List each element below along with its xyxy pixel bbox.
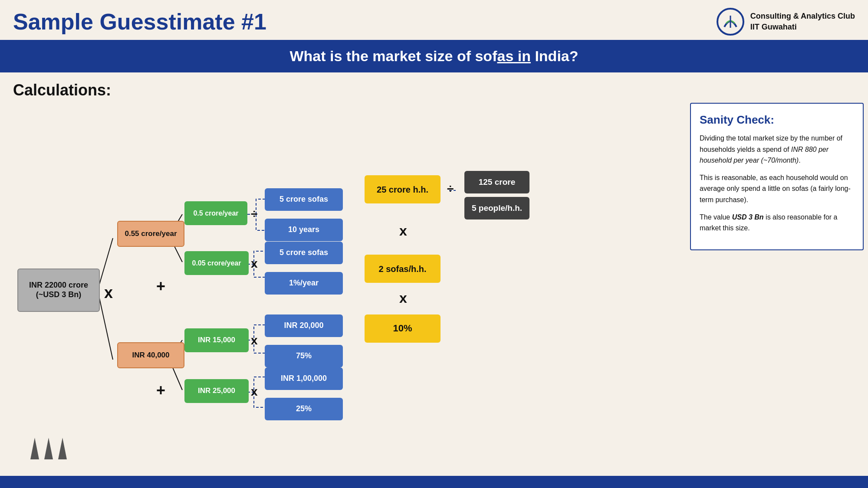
op-x-green-top-right: x xyxy=(251,257,258,271)
page-title: Sample Guesstimate #1 xyxy=(13,9,266,35)
banner-text: What is the market size of sofas in Indi… xyxy=(0,48,868,65)
question-banner: What is the market size of sofas in Indi… xyxy=(0,40,868,72)
blue-2: 10 years xyxy=(265,219,343,241)
arrow-up-1 xyxy=(30,438,39,459)
blue-4: 1%/year xyxy=(265,272,343,295)
svg-line-2 xyxy=(98,238,113,290)
op-x-green-bottom-right: x xyxy=(251,385,258,399)
green-top-left: 0.5 crore/year xyxy=(184,201,247,225)
green-bottom-right: INR 25,000 xyxy=(184,379,249,403)
logo-area: Consulting & Analytics Club IIT Guwahati xyxy=(717,8,855,36)
yellow-middle: 2 sofas/h.h. xyxy=(365,255,441,283)
dark-bottom: 5 people/h.h. xyxy=(464,197,529,219)
orange-bottom-box: INR 40,000 xyxy=(117,342,184,368)
sanity-para1: Dividing the total market size by the nu… xyxy=(700,133,854,166)
blue-5: INR 20,000 xyxy=(265,314,343,337)
sanity-para2: This is reasonable, as each household wo… xyxy=(700,172,854,206)
arrow-group xyxy=(30,438,67,459)
yellow-top: 25 crore h.h. xyxy=(365,175,441,203)
op-x-green-bottom-left: x xyxy=(251,334,258,347)
op-x-yellow-top: x xyxy=(399,223,407,239)
footer-bar xyxy=(0,476,868,488)
diagram: INR 22000 crore (~USD 3 Bn) x 0.55 crore… xyxy=(13,104,456,468)
sanity-body: Dividing the total market size by the nu… xyxy=(700,133,854,234)
op-plus-top: + xyxy=(156,277,165,295)
orange-top-box: 0.55 crore/year xyxy=(117,221,184,247)
page-header: Sample Guesstimate #1 Consulting & Analy… xyxy=(0,0,868,40)
blue-3: 5 crore sofas xyxy=(265,242,343,264)
logo-icon xyxy=(717,8,744,36)
sanity-para3: The value USD 3 Bn is also reasonable fo… xyxy=(700,212,854,234)
blue-8: 25% xyxy=(265,398,343,420)
op-x-main: x xyxy=(104,284,113,302)
logo-text: Consulting & Analytics Club IIT Guwahati xyxy=(750,11,855,33)
op-div-green-top: ÷ xyxy=(251,207,257,221)
arrow-up-2 xyxy=(44,438,53,459)
blue-7: INR 1,00,000 xyxy=(265,367,343,390)
result-box: INR 22000 crore (~USD 3 Bn) xyxy=(17,269,100,312)
dark-top: 125 crore xyxy=(464,171,529,193)
op-div-dark: ÷ xyxy=(447,182,454,196)
calculations-label: Calculations: xyxy=(13,81,855,99)
sanity-check-box: Sanity Check: Dividing the total market … xyxy=(690,103,864,250)
blue-6: 75% xyxy=(265,345,343,367)
arrow-up-3 xyxy=(58,438,67,459)
op-x-yellow-middle: x xyxy=(399,290,407,306)
op-plus-bottom: + xyxy=(156,381,165,400)
blue-1: 5 crore sofas xyxy=(265,188,343,211)
green-top-right: 0.05 crore/year xyxy=(184,251,249,275)
sanity-title: Sanity Check: xyxy=(700,113,854,127)
main-content: Calculations: xyxy=(0,77,868,482)
green-bottom-left: INR 15,000 xyxy=(184,328,249,352)
yellow-bottom: 10% xyxy=(365,314,441,343)
